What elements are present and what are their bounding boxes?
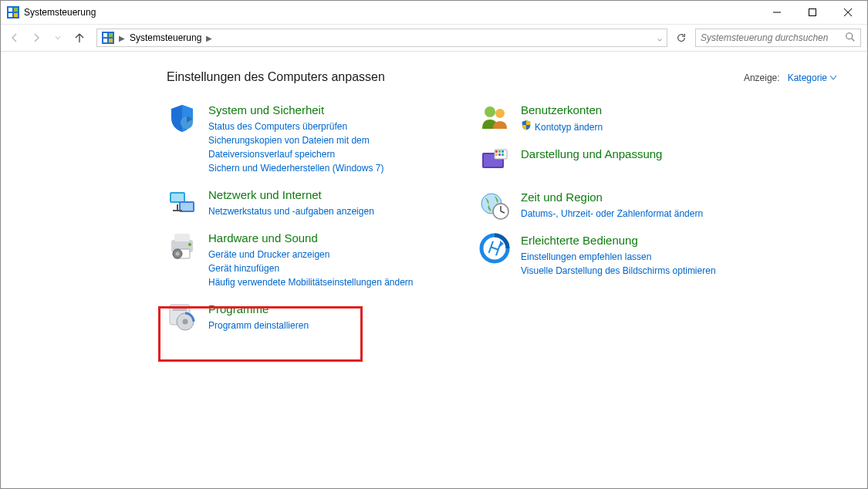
category-link[interactable]: Status des Computers überprüfen	[208, 120, 425, 133]
right-column: Benutzerkonten Kontotyp ändern Darstellu…	[479, 103, 738, 345]
svg-rect-2	[14, 8, 18, 12]
search-input[interactable]	[701, 32, 845, 43]
category-system-security: System und Sicherheit Status des Compute…	[167, 103, 425, 175]
svg-point-34	[495, 109, 505, 118]
category-title[interactable]: Zeit und Region	[521, 190, 738, 205]
recent-dropdown[interactable]	[47, 27, 69, 49]
search-box[interactable]	[695, 29, 861, 47]
appearance-icon	[479, 147, 510, 177]
forward-button[interactable]	[25, 27, 47, 49]
category-link[interactable]: Häufig verwendete Mobilitätseinstellunge…	[208, 275, 425, 289]
category-link[interactable]: Gerät hinzufügen	[208, 261, 425, 275]
search-icon	[845, 32, 856, 45]
category-link[interactable]: Sichern und Wiederherstellen (Windows 7)	[208, 161, 425, 175]
view-value: Kategorie	[788, 73, 827, 83]
svg-marker-49	[500, 241, 504, 247]
control-panel-icon	[7, 6, 19, 19]
svg-rect-18	[171, 194, 184, 201]
svg-rect-4	[14, 13, 18, 17]
category-title[interactable]: Erleichterte Bedienung	[521, 233, 738, 248]
category-programs: Programme Programm deinstallieren	[167, 302, 425, 332]
category-network: Netzwerk und Internet Netzwerkstatus und…	[167, 187, 425, 218]
users-icon	[479, 103, 510, 133]
category-hardware: Hardware und Sound Geräte und Drucker an…	[167, 231, 425, 289]
svg-rect-3	[8, 13, 12, 17]
navbar: ▶ Systemsteuerung ▶ ⌵	[1, 24, 867, 52]
svg-rect-11	[109, 33, 113, 37]
svg-rect-12	[103, 39, 107, 42]
refresh-button[interactable]	[672, 29, 691, 47]
printer-icon	[167, 231, 198, 261]
address-bar[interactable]: ▶ Systemsteuerung ▶ ⌵	[96, 29, 667, 47]
svg-rect-10	[103, 33, 107, 37]
up-button[interactable]	[69, 27, 90, 49]
category-title[interactable]: Programme	[208, 302, 425, 317]
svg-rect-38	[495, 150, 498, 153]
uac-shield-icon	[521, 120, 532, 134]
category-link[interactable]: Sicherungskopien von Dateien mit dem Dat…	[208, 133, 425, 161]
svg-point-14	[846, 32, 853, 39]
back-button[interactable]	[4, 27, 25, 49]
category-link[interactable]: Geräte und Drucker anzeigen	[208, 248, 425, 261]
svg-rect-20	[181, 203, 193, 211]
category-ease-of-access: Erleichterte Bedienung Einstellungen emp…	[479, 233, 738, 278]
category-title[interactable]: System und Sicherheit	[208, 103, 425, 118]
shield-icon	[167, 103, 198, 133]
network-icon	[167, 187, 198, 218]
svg-rect-13	[109, 39, 113, 42]
category-title[interactable]: Netzwerk und Internet	[208, 187, 425, 203]
ease-of-access-icon	[479, 233, 510, 264]
category-title[interactable]: Darstellung und Anpassung	[521, 147, 738, 162]
chevron-right-icon[interactable]: ▶	[204, 34, 214, 42]
left-column: System und Sicherheit Status des Compute…	[167, 103, 425, 345]
svg-rect-39	[498, 150, 501, 153]
close-button[interactable]	[830, 1, 866, 24]
category-appearance: Darstellung und Anpassung	[479, 147, 738, 177]
category-link[interactable]: Datums-, Uhrzeit- oder Zahlenformat ände…	[521, 207, 738, 221]
category-title[interactable]: Hardware und Sound	[208, 231, 425, 246]
category-link[interactable]: Visuelle Darstellung des Bildschirms opt…	[521, 264, 738, 278]
svg-rect-24	[174, 234, 190, 241]
programs-icon	[167, 302, 198, 332]
view-label: Anzeige:	[744, 73, 780, 83]
category-accounts: Benutzerkonten Kontotyp ändern	[479, 103, 738, 134]
link-text: Kontotyp ändern	[535, 120, 603, 134]
titlebar: Systemsteuerung	[1, 1, 867, 24]
svg-rect-40	[502, 150, 504, 153]
svg-rect-43	[502, 153, 504, 156]
maximize-button[interactable]	[795, 1, 830, 24]
control-panel-icon	[102, 32, 114, 44]
svg-point-32	[183, 319, 188, 325]
category-title[interactable]: Benutzerkonten	[521, 103, 738, 118]
svg-rect-1	[8, 8, 12, 12]
content-area: Einstellungen des Computers anpassen Anz…	[1, 52, 867, 360]
category-link[interactable]: Programm deinstallieren	[208, 319, 425, 332]
category-link[interactable]: Einstellungen empfehlen lassen	[521, 250, 738, 264]
svg-point-28	[176, 252, 180, 256]
svg-rect-30	[173, 308, 187, 311]
minimize-button[interactable]	[759, 1, 795, 24]
chevron-right-icon[interactable]: ▶	[117, 34, 127, 42]
category-time-region: Zeit und Region Datums-, Uhrzeit- oder Z…	[479, 190, 738, 221]
svg-point-33	[485, 106, 495, 117]
window-controls	[759, 1, 866, 24]
breadcrumb-root[interactable]: Systemsteuerung	[127, 32, 204, 43]
svg-point-26	[188, 243, 191, 246]
clock-globe-icon	[479, 190, 510, 221]
category-link[interactable]: Kontotyp ändern	[521, 120, 738, 134]
svg-rect-6	[809, 9, 816, 16]
svg-rect-42	[498, 153, 501, 156]
window-title: Systemsteuerung	[24, 7, 759, 18]
svg-rect-41	[495, 153, 498, 156]
category-link[interactable]: Netzwerkstatus und -aufgaben anzeigen	[208, 204, 425, 218]
page-title: Einstellungen des Computers anpassen	[167, 70, 744, 84]
address-dropdown-icon[interactable]: ⌵	[657, 34, 662, 42]
svg-line-15	[852, 38, 855, 41]
view-dropdown[interactable]: Kategorie	[788, 73, 836, 83]
